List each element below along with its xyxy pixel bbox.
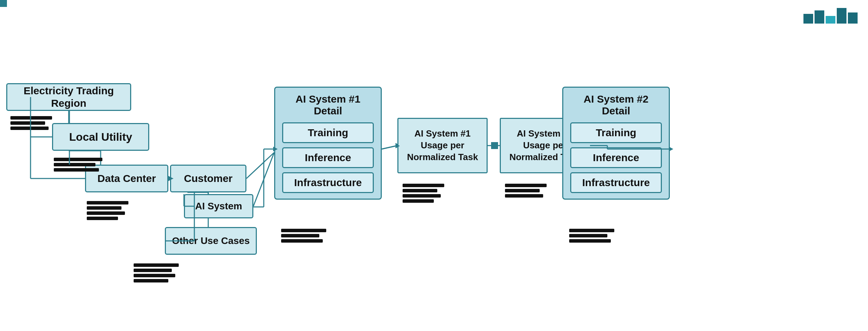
text-block-26 <box>569 234 607 237</box>
svg-line-10 <box>246 153 274 178</box>
text-block-12 <box>134 269 172 272</box>
ai-system-1-infrastructure: Infrastructure <box>282 172 374 193</box>
text-block-17 <box>281 239 323 243</box>
text-block-3 <box>10 127 49 130</box>
text-block-4 <box>54 158 102 161</box>
text-block-5 <box>54 163 95 166</box>
text-block-25 <box>569 229 614 232</box>
svg-line-11 <box>382 146 397 149</box>
text-block-10 <box>87 217 118 220</box>
text-block-21 <box>403 199 434 203</box>
ai-system-2-inference: Inference <box>570 147 662 168</box>
ai-system-1-inference: Inference <box>282 147 374 168</box>
text-block-14 <box>134 279 168 282</box>
text-block-18 <box>403 184 444 187</box>
svg-rect-13 <box>0 0 7 7</box>
text-block-9 <box>87 211 125 215</box>
ai-system-2-training: Training <box>570 122 662 143</box>
svg-line-9 <box>253 153 274 206</box>
text-block-13 <box>134 274 175 277</box>
electricity-trading-region-node: Electricity Trading Region <box>6 83 131 111</box>
text-block-24 <box>505 194 543 198</box>
other-use-cases-node: Other Use Cases <box>165 227 257 255</box>
text-block-27 <box>569 239 611 243</box>
ai-system-1-panel-title: AI System #1 Detail <box>282 93 374 117</box>
customer-node: Customer <box>170 165 246 192</box>
text-block-1 <box>10 116 52 120</box>
ai-system-1-detail-panel: AI System #1 Detail Training Inference I… <box>274 87 382 200</box>
text-block-6 <box>54 168 99 172</box>
ai-system-2-infrastructure: Infrastructure <box>570 172 662 193</box>
connector-square <box>491 142 498 149</box>
text-block-8 <box>87 206 121 210</box>
text-block-22 <box>505 184 547 187</box>
ai-system-2-panel-title: AI System #2 Detail <box>570 93 662 117</box>
text-block-7 <box>87 201 128 204</box>
local-utility-node: Local Utility <box>52 123 149 151</box>
ai-system-node: AI System <box>184 194 253 218</box>
text-block-15 <box>281 229 326 232</box>
text-block-16 <box>281 234 319 237</box>
text-block-19 <box>403 189 437 192</box>
ai-system-1-training: Training <box>282 122 374 143</box>
text-block-2 <box>10 121 45 125</box>
diagram-container: Electricity Trading Region Local Utility… <box>0 0 868 331</box>
text-block-20 <box>403 194 441 198</box>
ai-system-1-usage-box-1: AI System #1Usage perNormalized Task <box>397 118 488 173</box>
ai-system-2-detail-panel: AI System #2 Detail Training Inference I… <box>562 87 670 200</box>
text-block-23 <box>505 189 540 192</box>
text-block-11 <box>134 263 179 267</box>
